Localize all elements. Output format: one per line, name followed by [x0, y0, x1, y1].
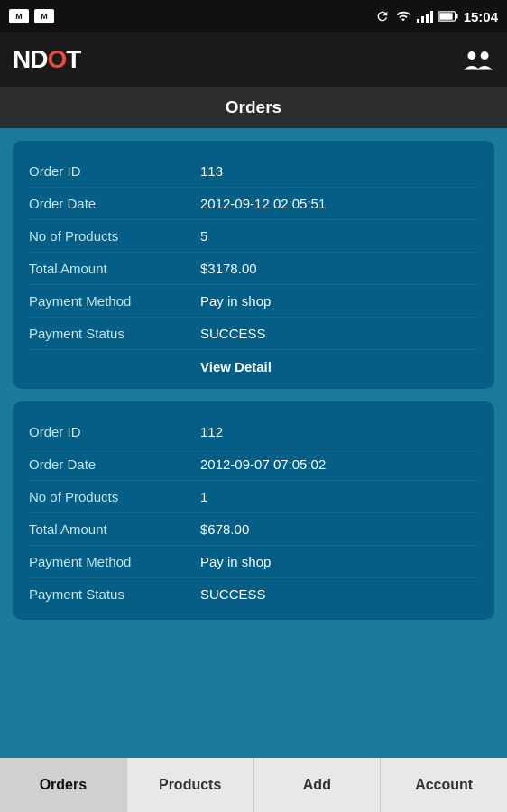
no-products-value-1: 5	[200, 228, 207, 244]
svg-point-4	[481, 51, 489, 60]
app-bar: NDOT	[0, 32, 507, 87]
order-id-value-1: 113	[200, 163, 223, 179]
payment-method-value-1: Pay in shop	[200, 293, 271, 309]
order-row-payment-status-1: Payment Status SUCCESS	[29, 318, 478, 350]
svg-point-3	[467, 51, 475, 60]
nav-label-account: Account	[415, 777, 473, 793]
status-bar: M M 15:04	[0, 0, 507, 32]
svg-rect-1	[456, 14, 458, 18]
order-id-value-2: 112	[200, 424, 223, 439]
order-row-payment-status-2: Payment Status SUCCESS	[29, 578, 478, 605]
payment-status-label-2: Payment Status	[29, 586, 200, 602]
no-products-value-2: 1	[200, 489, 207, 504]
order-id-label-2: Order ID	[29, 424, 200, 439]
order-row-date-1: Order Date 2012-09-12 02:05:51	[29, 188, 478, 220]
order-card-2: Order ID 112 Order Date 2012-09-07 07:05…	[13, 401, 494, 620]
order-date-value-2: 2012-09-07 07:05:02	[200, 457, 326, 472]
payment-method-value-2: Pay in shop	[200, 554, 271, 569]
payment-method-label-1: Payment Method	[29, 293, 200, 309]
order-date-value-1: 2012-09-12 02:05:51	[200, 196, 326, 211]
page-title-bar: Orders	[0, 87, 507, 128]
total-amount-value-1: $3178.00	[200, 261, 257, 276]
order-row-noproducts-1: No of Products 5	[29, 220, 478, 253]
order-date-label-1: Order Date	[29, 196, 200, 211]
order-row-payment-method-2: Payment Method Pay in shop	[29, 546, 478, 578]
order-row-noproducts-2: No of Products 1	[29, 481, 478, 513]
order-row-date-2: Order Date 2012-09-07 07:05:02	[29, 448, 478, 481]
view-detail-button-1[interactable]: View Detail	[200, 359, 272, 374]
payment-status-value-2: SUCCESS	[200, 586, 266, 602]
status-time: 15:04	[464, 9, 498, 24]
order-card-1: Order ID 113 Order Date 2012-09-12 02:05…	[13, 141, 494, 389]
page-title: Orders	[226, 97, 281, 117]
nav-label-products: Products	[159, 777, 221, 793]
gmail-icon-2: M	[34, 9, 54, 23]
status-bar-left: M M	[9, 9, 54, 23]
total-amount-label-1: Total Amount	[29, 261, 200, 276]
status-bar-right: 15:04	[375, 9, 498, 24]
total-amount-label-2: Total Amount	[29, 521, 200, 537]
refresh-icon	[375, 9, 390, 23]
nav-item-account[interactable]: Account	[381, 758, 507, 812]
view-detail-row-1: View Detail	[29, 350, 478, 374]
order-row-id-1: Order ID 113	[29, 155, 478, 188]
bottom-nav: Orders Products Add Account	[0, 758, 507, 812]
nav-label-orders: Orders	[40, 777, 87, 793]
app-logo: NDOT	[13, 45, 80, 74]
order-row-id-2: Order ID 112	[29, 416, 478, 448]
order-row-total-1: Total Amount $3178.00	[29, 253, 478, 285]
main-content: Order ID 113 Order Date 2012-09-12 02:05…	[0, 128, 507, 758]
no-products-label-1: No of Products	[29, 228, 200, 244]
signal-icon	[417, 10, 433, 23]
total-amount-value-2: $678.00	[200, 521, 249, 537]
nav-item-orders[interactable]: Orders	[0, 758, 127, 812]
order-date-label-2: Order Date	[29, 457, 200, 472]
order-id-label-1: Order ID	[29, 163, 200, 179]
battery-icon	[438, 10, 458, 23]
payment-status-label-1: Payment Status	[29, 326, 200, 341]
nav-item-products[interactable]: Products	[127, 758, 254, 812]
order-row-payment-method-1: Payment Method Pay in shop	[29, 285, 478, 318]
payment-status-value-1: SUCCESS	[200, 326, 266, 341]
nav-item-add[interactable]: Add	[254, 758, 382, 812]
svg-rect-2	[439, 13, 452, 20]
payment-method-label-2: Payment Method	[29, 554, 200, 569]
gmail-icon-1: M	[9, 9, 29, 23]
order-row-total-2: Total Amount $678.00	[29, 513, 478, 546]
nav-label-add: Add	[303, 777, 331, 793]
wifi-icon	[395, 9, 411, 23]
people-icon[interactable]	[462, 43, 494, 76]
no-products-label-2: No of Products	[29, 489, 200, 504]
